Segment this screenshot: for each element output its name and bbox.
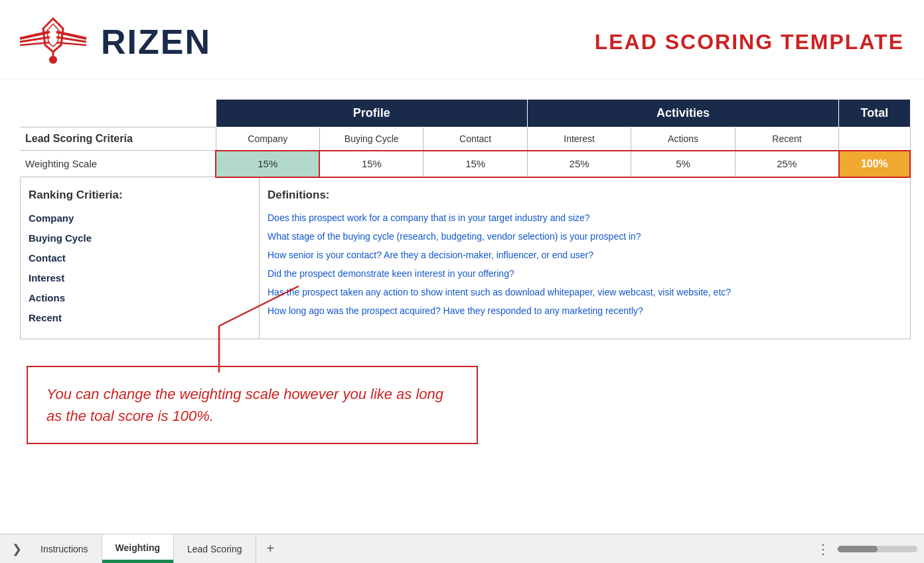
sub-header-row: Lead Scoring Criteria Company Buying Cyc… — [20, 127, 910, 151]
scrollbar-thumb — [838, 546, 878, 552]
scoring-table: Profile Activities Total Lead Scoring Cr… — [20, 99, 911, 178]
group-header-row: Profile Activities Total — [20, 100, 910, 127]
tab-scrollbar[interactable] — [838, 546, 917, 552]
note-box: You can change the weighting scale howev… — [27, 366, 478, 444]
ranking-recent: Recent — [29, 308, 251, 328]
contact-weight[interactable]: 15% — [424, 151, 527, 177]
interest-header: Interest — [527, 127, 631, 151]
recent-weight[interactable]: 25% — [735, 151, 838, 177]
criteria-label: Lead Scoring Criteria — [20, 127, 216, 151]
def-company: Does this prospect work for a company th… — [268, 208, 902, 227]
company-weight[interactable]: 15% — [216, 151, 319, 177]
tab-lead-scoring[interactable]: Lead Scoring — [174, 534, 256, 564]
logo-area: RIZEN — [13, 12, 211, 72]
actions-header: Actions — [631, 127, 735, 151]
empty-header — [20, 100, 216, 127]
note-text: You can change the weighting scale howev… — [46, 383, 458, 427]
definitions-section: Ranking Critieria: Company Buying Cycle … — [20, 178, 911, 339]
ranking-company: Company — [29, 208, 251, 228]
ranking-title: Ranking Critieria: — [29, 189, 251, 202]
ranking-contact: Contact — [29, 248, 251, 268]
weighting-row: Weighting Scale 15% 15% 15% 25% 5% 25% 1… — [20, 151, 910, 177]
tab-instructions[interactable]: Instructions — [27, 534, 102, 564]
ranking-interest: Interest — [29, 268, 251, 288]
header: RIZEN LEAD SCORING TEMPLATE — [0, 0, 924, 79]
buying-cycle-weight[interactable]: 15% — [319, 151, 423, 177]
main-content: Profile Activities Total Lead Scoring Cr… — [0, 79, 924, 464]
tab-weighting[interactable]: Weighting — [102, 534, 174, 564]
ranking-buying-cycle: Buying Cycle — [29, 228, 251, 248]
tab-more-icon[interactable]: ⋮ — [816, 541, 830, 557]
tab-add-button[interactable]: + — [256, 536, 285, 562]
def-contact: How senior is your contact? Are they a d… — [268, 246, 902, 264]
def-buying-cycle: What stage of the buying cycle (research… — [268, 227, 902, 246]
table-container: Profile Activities Total Lead Scoring Cr… — [20, 99, 911, 178]
def-actions: Has the prospect taken any action to sho… — [268, 283, 902, 301]
weighting-label: Weighting Scale — [20, 151, 216, 177]
ranking-actions: Actions — [29, 288, 251, 308]
actions-weight[interactable]: 5% — [631, 151, 735, 177]
total-header: Total — [839, 100, 910, 127]
page-title: LEAD SCORING TEMPLATE — [595, 30, 904, 54]
recent-header: Recent — [735, 127, 838, 151]
logo-icon — [13, 12, 93, 72]
def-recent: How long ago was the prospect acquired? … — [268, 301, 902, 320]
contact-header: Contact — [424, 127, 527, 151]
ranking-column: Ranking Critieria: Company Buying Cycle … — [21, 178, 260, 339]
tab-nav-left[interactable]: ❯ — [7, 542, 27, 556]
total-weight: 100% — [839, 151, 910, 177]
interest-weight[interactable]: 25% — [527, 151, 631, 177]
brand-name: RIZEN — [101, 22, 211, 62]
profile-header: Profile — [216, 100, 527, 127]
tab-bar-right: ⋮ — [816, 541, 917, 557]
activities-header: Activities — [527, 100, 838, 127]
svg-point-8 — [49, 56, 57, 64]
company-header: Company — [216, 127, 319, 151]
buying-cycle-header: Buying Cycle — [319, 127, 423, 151]
def-interest: Did the prospect demonstrate keen intere… — [268, 264, 902, 283]
definitions-column: Definitions: Does this prospect work for… — [260, 178, 910, 339]
total-sub-header — [839, 127, 910, 151]
tab-bar: ❯ Instructions Weighting Lead Scoring + … — [0, 534, 924, 563]
definitions-title: Definitions: — [268, 189, 902, 202]
svg-marker-7 — [47, 24, 59, 46]
